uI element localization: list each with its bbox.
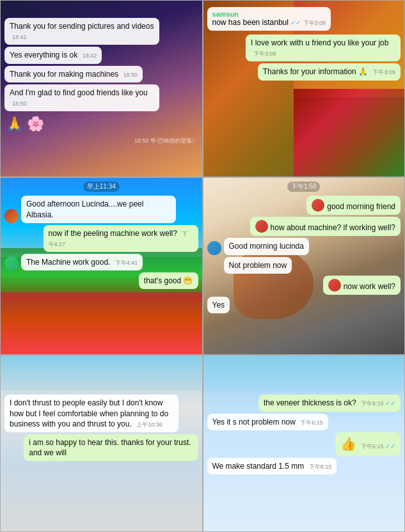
sender-sub: now has been istanbul ✓✓ 下午3:08: [212, 18, 326, 27]
sender-name: samsun: [212, 10, 326, 18]
panel-6: 📶📶📶📶 783/B/s 🔕 N 74% 🔋 6:57 ← ▓▓▓▓▓▓ 🎥 📞…: [203, 355, 406, 532]
panel-3-chat: 早上11:34 Good afternoon Lucinda....we pee…: [1, 178, 202, 354]
msg-bubble: The Machine work good. 下午4:41: [21, 254, 143, 270]
avatar: [312, 199, 324, 212]
msg-time: 下午3:09: [372, 69, 395, 75]
msg-text: Yes it s not problem now: [212, 418, 296, 426]
msg-text: Thank you for sending pictures and video…: [10, 22, 154, 31]
list-item: Good afternoon Lucinda....we peel Albasi…: [4, 196, 198, 223]
msg-time: 下午3:09: [253, 51, 276, 57]
avatar: [207, 241, 221, 255]
list-item: Not problem now: [224, 257, 292, 274]
msg-row: good morning friend: [312, 199, 395, 212]
list-item: 👍 下午6:15 ✓✓: [335, 432, 401, 456]
panel-4-chat: 下午1:58 good morning friend how about mac…: [203, 178, 405, 354]
msg-text: i am so happy to hear this. thanks for y…: [29, 438, 191, 457]
panel-4: 下午1:58 good morning friend how about mac…: [203, 177, 406, 354]
msg-time: 下午6:15 ✓✓: [361, 400, 395, 407]
msg-text: Not problem now: [229, 261, 287, 270]
msg-time: 18:42: [83, 52, 97, 59]
time-divider: 早上11:34: [83, 182, 120, 192]
checkmark-icon: ✓✓: [290, 19, 301, 26]
list-item: how about machine? if working well?: [250, 217, 401, 236]
msg-time: 18:41: [12, 34, 27, 40]
list-item: the veneer thickness is ok? 下午6:15 ✓✓: [258, 395, 401, 411]
msg-text: that's good 😁: [144, 276, 193, 285]
list-item: i am so happy to hear this. thanks for y…: [24, 434, 198, 461]
panel-1: Hi Lucinda 18:40 Thank you for sending p…: [0, 0, 203, 177]
list-item: Yes: [207, 297, 230, 313]
msg-text: Good morning lucinda: [229, 242, 304, 251]
list-item: Thank you for making machines 18:50: [4, 66, 143, 82]
avatar: [328, 279, 341, 292]
list-item: Good morning lucinda: [207, 238, 401, 254]
msg-bubble: Good afternoon Lucinda....we peel Albasi…: [21, 196, 176, 223]
msg-text: good morning friend: [327, 201, 395, 212]
msg-text: the veneer thickness is ok?: [264, 398, 356, 407]
avatar: [4, 256, 19, 270]
panel-5-chat: I don't thrust to people easily but I do…: [1, 391, 202, 532]
list-item: now work well?: [323, 276, 401, 295]
list-item: And I'm glad to find good friends like y…: [4, 84, 159, 111]
msg-text: Yes: [212, 301, 225, 309]
msg-time: 下午6:15 ✓✓: [361, 443, 395, 450]
msg-text: Good afternoon Lucinda....we peel Albasi…: [26, 199, 143, 219]
list-item: I don't thrust to people easily but I do…: [4, 395, 179, 432]
list-item: good morning friend: [306, 196, 401, 215]
panel-3: 早上11:34 Good afternoon Lucinda....we pee…: [0, 177, 203, 354]
panel-1-chat: Thank you for sending pictures and video…: [1, 14, 202, 177]
msg-text: The Machine work good.: [26, 258, 110, 267]
msg-row: now work well?: [328, 279, 395, 292]
time-divider: 下午1:58: [287, 182, 320, 192]
msg-text: We make standard 1.5 mm: [212, 462, 305, 471]
msg-text: And I'm glad to find good friends like y…: [10, 88, 148, 97]
list-item: We make standard 1.5 mm 下午6:15: [207, 458, 337, 474]
msg-time: 下午6:15: [309, 464, 332, 470]
panel-5: 📶📶📶📶 3.6/K/s 🔕 N 📋 70% 🔋 10:49 ← ▓▓▓▓▓▓ …: [0, 355, 203, 532]
msg-row: how about machine? if working well?: [255, 220, 395, 233]
msg-time: 下午3:08: [303, 20, 326, 26]
list-item: Yes it s not problem now 下午6:15: [207, 414, 328, 430]
msg-time: 18:50: [12, 100, 27, 107]
checkmark-icon: ✓✓: [385, 400, 395, 407]
checkmark-icon: ✓✓: [385, 442, 395, 450]
list-item: now if the peeling machine work well? 下午…: [44, 225, 198, 252]
emoji-row: 🙏 🌸: [4, 113, 198, 135]
msg-time: 下午6:15: [300, 419, 323, 426]
avatar: [4, 209, 19, 223]
msg-bubble: Good morning lucinda: [224, 238, 309, 254]
msg-text: 👍: [340, 437, 356, 451]
list-item: samsun now has been istanbul ✓✓ 下午3:08: [207, 7, 331, 31]
msg-text: how about machine? if working well?: [271, 223, 395, 233]
msg-text: Yes everything is ok: [10, 51, 77, 59]
msg-time: 18:50: [123, 72, 138, 78]
avatar: [255, 220, 268, 233]
msg-text: Thank you for making machines: [10, 70, 118, 79]
msg-text: now if the peeling machine work well?: [49, 229, 177, 238]
msg-time: 下午4:41: [115, 260, 138, 266]
list-item: I love work with u friend you like your …: [246, 35, 401, 61]
panel-2-chat: samsun now has been istanbul ✓✓ 下午3:08 I…: [203, 1, 405, 176]
panel-6-chat: the veneer thickness is ok? 下午6:15 ✓✓ Ye…: [203, 391, 405, 532]
panel-2: samsun now has been istanbul ✓✓ 下午3:08 I…: [203, 0, 406, 177]
list-item: Yes everything is ok 18:42: [4, 47, 102, 63]
list-item: The Machine work good. 下午4:41: [4, 254, 198, 270]
list-item: that's good 😁: [139, 272, 198, 289]
msg-text: Thanks for your information 🙏: [263, 67, 368, 76]
msg-time: 上午10:36: [136, 421, 163, 428]
msg-text: now work well?: [344, 281, 395, 292]
list-item: Thanks for your information 🙏 下午3:09: [258, 63, 401, 80]
panel-1-footer: 18:50 华·巴纳德的望落》: [4, 137, 198, 145]
msg-text: I love work with u friend you like your …: [251, 38, 388, 47]
emoji-display: 🙏 🌸: [6, 116, 44, 132]
list-item: Thank you for sending pictures and video…: [4, 18, 159, 45]
